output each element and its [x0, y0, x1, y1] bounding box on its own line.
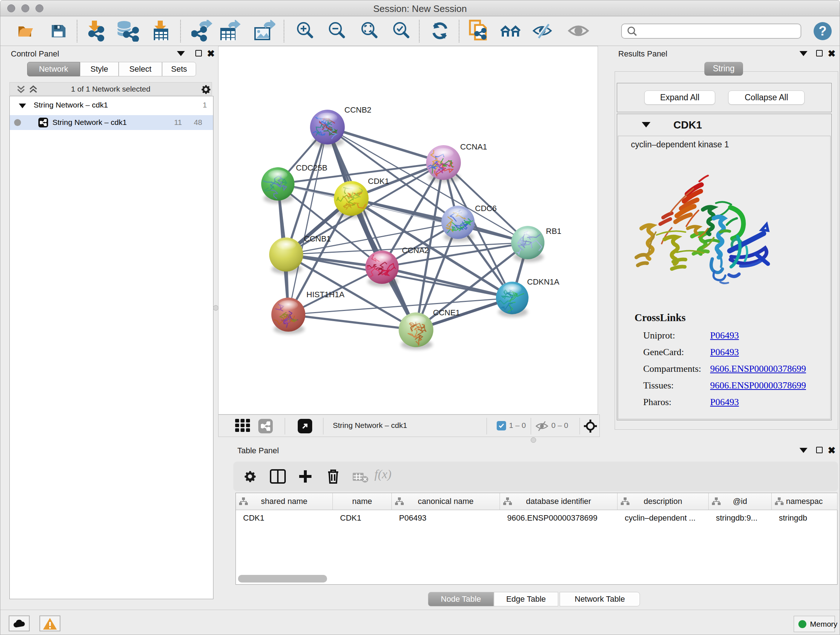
svg-text:CCNA1: CCNA1 — [460, 142, 487, 151]
svg-text:CCNB2: CCNB2 — [344, 105, 371, 114]
svg-text:CCNA2: CCNA2 — [402, 246, 429, 255]
svg-text:HIST1H1A: HIST1H1A — [306, 290, 344, 299]
svg-text:CCNB1: CCNB1 — [304, 234, 331, 243]
svg-text:RB1: RB1 — [546, 226, 561, 236]
svg-text:CDKN1A: CDKN1A — [527, 277, 560, 287]
svg-text:CDK1: CDK1 — [368, 177, 389, 186]
svg-text:CCNE1: CCNE1 — [433, 308, 460, 317]
svg-text:CDC25B: CDC25B — [296, 163, 327, 172]
svg-text:CDC6: CDC6 — [475, 204, 497, 213]
